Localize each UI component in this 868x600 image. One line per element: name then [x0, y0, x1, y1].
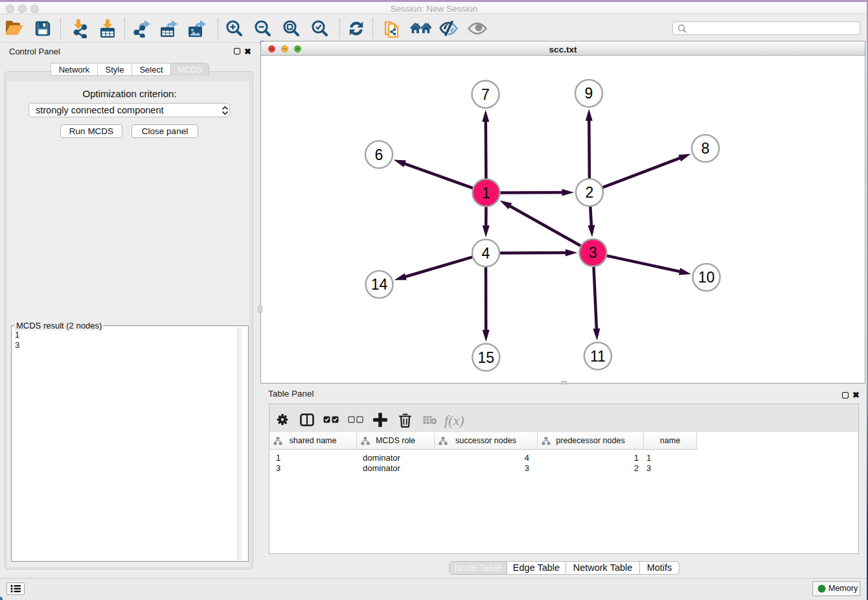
svg-text:10: 10: [698, 269, 715, 286]
svg-text:8: 8: [702, 140, 710, 157]
svg-text:3: 3: [589, 244, 597, 261]
svg-text:4: 4: [482, 245, 490, 262]
svg-text:6: 6: [375, 146, 383, 163]
svg-text:11: 11: [590, 348, 606, 365]
svg-text:15: 15: [478, 349, 495, 366]
svg-text:14: 14: [371, 276, 388, 293]
svg-text:1: 1: [482, 185, 490, 202]
svg-text:2: 2: [586, 184, 594, 201]
svg-text:9: 9: [585, 85, 593, 102]
svg-text:7: 7: [481, 86, 490, 103]
